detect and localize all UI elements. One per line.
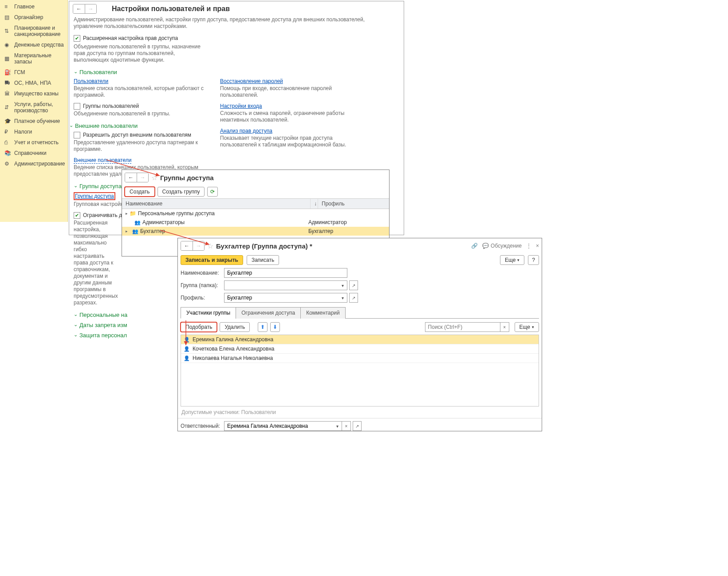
list-item[interactable]: 👤Еремина Галина Александровна xyxy=(181,335,539,344)
link-login[interactable]: Настройки входа xyxy=(220,103,262,109)
table-header: Наименование ↓ Профиль xyxy=(122,198,389,209)
list-item[interactable]: 👤Николаева Наталья Николаевна xyxy=(181,354,539,363)
nav-organizer[interactable]: ▤Органайзер xyxy=(0,12,67,23)
col-name[interactable]: Наименование xyxy=(122,199,310,209)
nav-stock[interactable]: ▦Материальные запасы xyxy=(0,50,67,67)
checkbox-user-groups[interactable] xyxy=(74,103,80,110)
win2-back[interactable]: ← xyxy=(125,173,137,182)
table-row-selected[interactable]: ▸👥Бухгалтер Бухгалтер xyxy=(122,227,389,236)
col-sort[interactable]: ↓ xyxy=(310,199,318,209)
checkbox-restrict[interactable] xyxy=(74,212,80,219)
link-icon[interactable]: 🔗 xyxy=(471,243,478,249)
help-button[interactable]: ? xyxy=(528,255,539,265)
more-button[interactable]: Еще▾ xyxy=(500,255,524,265)
table-row[interactable]: 👥Администраторы Администратор xyxy=(122,218,389,227)
refresh-button[interactable]: ⟳ xyxy=(207,187,218,197)
member-name: Николаева Наталья Николаевна xyxy=(193,355,273,361)
link-access-groups[interactable]: Группы доступа xyxy=(75,193,114,199)
create-group-button[interactable]: Создать группу xyxy=(157,187,205,197)
plan-icon: ⇅ xyxy=(4,28,11,34)
nav-education[interactable]: 🎓Платное обучение xyxy=(0,116,67,126)
more-button-2[interactable]: Еще▾ xyxy=(515,322,539,332)
discuss-label: Обсуждение xyxy=(491,243,522,249)
expand-icon[interactable]: ▸ xyxy=(126,211,128,216)
dropdown-button[interactable]: ▾ xyxy=(338,293,347,303)
move-up-button[interactable]: ⬆ xyxy=(258,322,268,332)
input-name[interactable] xyxy=(224,268,347,278)
nav-fuel[interactable]: ⛽ГСМ xyxy=(0,67,67,78)
dropdown-button[interactable]: ▾ xyxy=(333,421,342,431)
star-icon[interactable]: ☆ xyxy=(207,242,213,250)
text-recovery: Помощь при входе, восстановление паролей… xyxy=(216,85,358,102)
close-button[interactable]: × xyxy=(536,243,539,249)
tab-comment[interactable]: Комментарий xyxy=(300,307,346,319)
text-ext-chk: Предоставление удаленного доступа партне… xyxy=(69,139,211,156)
win2-forward[interactable]: → xyxy=(137,173,148,182)
tab-members[interactable]: Участники группы xyxy=(181,307,236,319)
search-input[interactable] xyxy=(425,322,500,332)
win3-back[interactable]: ← xyxy=(181,241,193,250)
input-profile[interactable] xyxy=(224,293,338,303)
nav-tax[interactable]: ₽Налоги xyxy=(0,126,67,137)
row-name: Бухгалтер xyxy=(140,228,165,234)
create-button[interactable]: Создать xyxy=(125,187,155,197)
stock-icon: ▦ xyxy=(4,55,11,62)
nav-label: Органайзер xyxy=(14,14,43,20)
nav-label: Администрирование xyxy=(14,161,65,167)
nav-main[interactable]: ≡Главное xyxy=(0,1,67,12)
link-analysis[interactable]: Анализ прав доступа xyxy=(220,128,272,134)
row-profile: Бухгалтер xyxy=(307,228,386,234)
page-description: Администрирование пользователей, настрой… xyxy=(69,16,380,34)
save-button[interactable]: Записать xyxy=(247,255,279,265)
clear-search-button[interactable]: × xyxy=(500,322,509,332)
expand-icon[interactable]: ▸ xyxy=(126,229,128,233)
forward-button[interactable]: → xyxy=(85,4,96,13)
input-responsible[interactable] xyxy=(224,421,333,431)
discuss-button[interactable]: 💬Обсуждение xyxy=(482,243,522,249)
checkbox-external[interactable] xyxy=(74,132,80,138)
nav-label: Платное обучение xyxy=(14,118,60,124)
tab-restrictions[interactable]: Ограничения доступа xyxy=(236,307,301,319)
link-recovery[interactable]: Восстановление паролей xyxy=(220,78,283,84)
nav-services[interactable]: ⇵Услуги, работы, производство xyxy=(0,99,67,116)
nav-planning[interactable]: ⇅Планирование и санкционирование xyxy=(0,23,67,39)
fuel-icon: ⛽ xyxy=(4,69,11,75)
open-button[interactable]: ↗ xyxy=(349,293,358,303)
pick-button[interactable]: Подобрать xyxy=(181,322,217,332)
win2-title: Группы доступа xyxy=(160,174,214,181)
window-group-edit: ← → ☆ Бухгалтер (Группа доступа) * 🔗 💬Об… xyxy=(177,238,542,431)
arrow-down-icon: ⬇ xyxy=(273,324,277,330)
open-button[interactable]: ↗ xyxy=(353,421,362,431)
dropdown-button[interactable]: ▾ xyxy=(338,280,347,290)
section-external[interactable]: Внешние пользователи xyxy=(69,121,216,131)
input-folder[interactable] xyxy=(224,280,338,290)
nav-money[interactable]: ◉Денежные средства xyxy=(0,39,67,50)
open-button[interactable]: ↗ xyxy=(349,280,358,290)
nav-refs[interactable]: 📚Справочники xyxy=(0,148,67,158)
nav-report[interactable]: ⎙Учет и отчетность xyxy=(0,137,67,148)
nav-assets[interactable]: ⛟ОС, НМА, НПА xyxy=(0,78,67,88)
tabs: Участники группы Ограничения доступа Ком… xyxy=(181,307,539,319)
link-external-users[interactable]: Внешние пользователи xyxy=(74,157,131,164)
col-profile[interactable]: Профиль xyxy=(318,199,389,209)
more-menu[interactable]: ⋮ xyxy=(526,243,531,249)
list-item[interactable]: 👤Кочеткова Елена Александровна xyxy=(181,344,539,354)
report-icon: ⎙ xyxy=(4,139,11,146)
members-list: 👤Еремина Галина Александровна 👤Кочеткова… xyxy=(181,335,539,406)
win3-forward[interactable]: → xyxy=(193,241,204,250)
delete-button[interactable]: Удалить xyxy=(220,322,250,332)
star-icon[interactable]: ☆ xyxy=(151,174,157,182)
nav-admin[interactable]: ⚙Администрирование xyxy=(0,158,67,169)
checkbox-advanced[interactable] xyxy=(74,35,80,42)
table-row[interactable]: ▸📁Персональные группы доступа xyxy=(122,209,389,218)
back-button[interactable]: ← xyxy=(73,4,85,13)
checkbox-user-groups-label: Группы пользователей xyxy=(83,103,139,109)
nav-treasury[interactable]: 🏛Имущество казны xyxy=(0,88,67,99)
move-down-button[interactable]: ⬇ xyxy=(270,322,280,332)
link-users[interactable]: Пользователи xyxy=(74,78,108,84)
save-close-button[interactable]: Записать и закрыть xyxy=(181,255,243,265)
clear-button[interactable]: × xyxy=(342,421,351,431)
section-users[interactable]: Пользователи xyxy=(69,67,404,77)
sidebar: ≡Главное ▤Органайзер ⇅Планирование и сан… xyxy=(0,0,68,222)
hint-text: Допустимые участники: Пользователи xyxy=(178,406,542,418)
